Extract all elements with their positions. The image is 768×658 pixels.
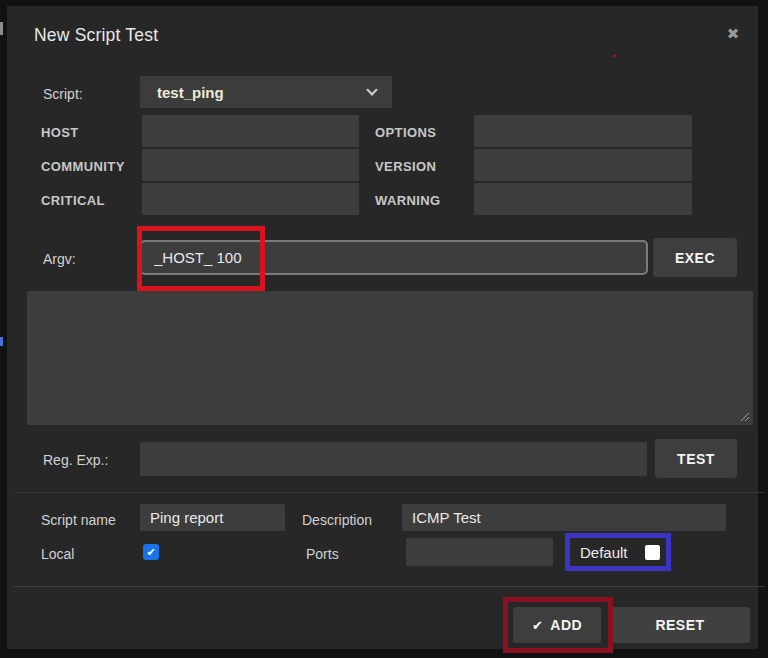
script-output-textarea[interactable] [27, 291, 753, 425]
section-divider [14, 492, 765, 493]
check-icon: ✔ [146, 546, 155, 559]
options-input[interactable] [474, 115, 692, 147]
argv-input[interactable] [140, 240, 648, 275]
resize-handle-icon[interactable] [739, 411, 750, 422]
check-icon: ✔ [532, 618, 543, 633]
community-label: COMMUNITY [41, 159, 125, 174]
script-select-value: test_ping [140, 84, 224, 101]
script-name-input[interactable] [140, 504, 285, 531]
local-checkbox[interactable]: ✔ [143, 544, 159, 560]
default-checkbox[interactable] [645, 545, 660, 560]
script-output-area [27, 291, 753, 425]
red-dot-artifact [613, 54, 616, 57]
description-label: Description [302, 512, 372, 528]
background-page-fragment [0, 22, 3, 35]
script-label: Script: [43, 86, 83, 102]
test-button[interactable]: TEST [655, 439, 737, 478]
description-input[interactable] [402, 504, 726, 531]
script-name-label: Script name [41, 512, 116, 528]
critical-label: CRITICAL [41, 193, 105, 208]
warning-label: WARNING [375, 193, 441, 208]
close-icon[interactable]: ✖ [719, 20, 747, 48]
exec-button[interactable]: EXEC [653, 238, 737, 277]
screen-background: New Script Test ✖ Script: test_ping HOST… [0, 0, 768, 658]
add-button[interactable]: ✔ ADD [513, 607, 601, 643]
host-input[interactable] [142, 115, 359, 147]
regexp-label: Reg. Exp.: [43, 452, 108, 468]
community-input[interactable] [142, 149, 359, 181]
new-script-test-dialog: New Script Test ✖ Script: test_ping HOST… [7, 6, 758, 649]
reset-button[interactable]: RESET [610, 607, 750, 643]
local-label: Local [41, 546, 74, 562]
footer-divider [14, 586, 765, 587]
chevron-down-icon [366, 84, 377, 95]
warning-input[interactable] [474, 183, 692, 215]
default-label: Default [580, 544, 628, 561]
critical-input[interactable] [142, 183, 359, 215]
ports-label: Ports [306, 546, 339, 562]
background-page-fragment-blue [0, 337, 3, 346]
ports-input[interactable] [406, 538, 553, 566]
version-input[interactable] [474, 149, 692, 181]
regexp-input[interactable] [140, 442, 647, 476]
default-group: Default [570, 538, 666, 566]
argv-label: Argv: [43, 251, 76, 267]
host-label: HOST [41, 125, 79, 140]
options-label: OPTIONS [375, 125, 436, 140]
script-select[interactable]: test_ping [140, 76, 392, 108]
add-button-label: ADD [550, 617, 582, 633]
dialog-title: New Script Test [34, 25, 158, 46]
version-label: VERSION [375, 159, 436, 174]
